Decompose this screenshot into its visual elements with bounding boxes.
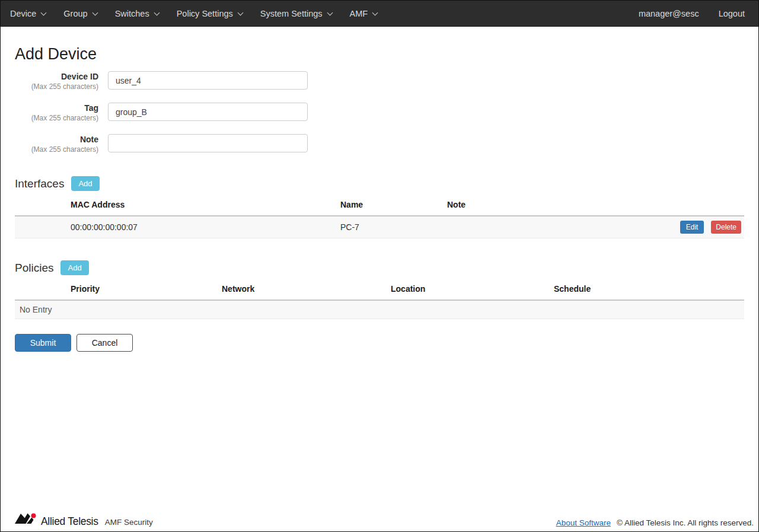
navbar-menu: Device Group Switches Policy Settings Sy… (1, 1, 386, 26)
submit-button[interactable]: Submit (15, 334, 71, 352)
chevron-down-icon (41, 9, 47, 15)
table-row: 00:00:00:00:00:07 PC-7 Edit Delete (15, 216, 744, 238)
device-id-hint: (Max 255 characters) (15, 82, 98, 91)
policies-title: Policies (15, 262, 53, 275)
interfaces-table: MAC Address Name Note 00:00:00:00:00:07 … (15, 195, 744, 238)
footer-brand: Allied Telesis AMF Security (15, 512, 153, 527)
field-label-block: Note (Max 255 characters) (15, 134, 98, 154)
interfaces-section-head: Interfaces Add (15, 176, 744, 191)
col-network: Network (222, 279, 391, 300)
chevron-down-icon (327, 9, 333, 15)
nav-item-label: Policy Settings (177, 9, 233, 18)
col-mac-address: MAC Address (15, 195, 340, 216)
field-label-block: Device ID (Max 255 characters) (15, 71, 98, 91)
policies-section-head: Policies Add (15, 260, 744, 275)
form-row-device-id: Device ID (Max 255 characters) (15, 71, 744, 91)
device-id-label: Device ID (15, 72, 98, 82)
page: Device Group Switches Policy Settings Sy… (0, 0, 759, 532)
nav-item-label: Switches (115, 9, 149, 18)
name-cell: PC-7 (340, 216, 447, 238)
nav-item-device[interactable]: Device (1, 1, 55, 26)
navbar-right: manager@sesc Logout (627, 1, 752, 26)
device-id-input[interactable] (108, 71, 308, 90)
copyright-text: © Allied Telesis Inc. All rights reserve… (617, 518, 754, 527)
cancel-button[interactable]: Cancel (76, 334, 133, 352)
no-entry-cell: No Entry (15, 300, 744, 319)
product-name: AMF Security (105, 517, 153, 527)
delete-button[interactable]: Delete (711, 221, 741, 234)
nav-item-policy-settings[interactable]: Policy Settings (168, 1, 251, 26)
footer: Allied Telesis AMF Security About Softwa… (1, 508, 758, 531)
nav-item-label: System Settings (260, 9, 323, 18)
interfaces-header-row: MAC Address Name Note (15, 195, 744, 216)
nav-item-amf[interactable]: AMF (341, 1, 387, 26)
col-schedule: Schedule (554, 279, 744, 300)
note-hint: (Max 255 characters) (15, 145, 98, 154)
top-navbar: Device Group Switches Policy Settings Sy… (1, 1, 758, 27)
note-cell (447, 216, 655, 238)
mac-address-cell: 00:00:00:00:00:07 (15, 216, 340, 238)
col-name: Name (340, 195, 447, 216)
nav-item-label: Device (10, 9, 36, 18)
nav-item-label: Group (63, 9, 87, 18)
interfaces-title: Interfaces (15, 177, 64, 190)
footer-legal: About Software © Allied Telesis Inc. All… (556, 518, 754, 527)
interfaces-add-button[interactable]: Add (71, 176, 99, 191)
form-actions: Submit Cancel (15, 334, 744, 352)
note-label: Note (15, 135, 98, 145)
table-row: No Entry (15, 300, 744, 319)
edit-button[interactable]: Edit (680, 221, 704, 234)
allied-telesis-logo-icon (15, 512, 37, 527)
main-content: Add Device Device ID (Max 255 characters… (1, 27, 758, 508)
tag-hint: (Max 255 characters) (15, 113, 98, 123)
chevron-down-icon (372, 9, 378, 15)
policies-section: Policies Add Priority Network Location S… (15, 260, 744, 319)
chevron-down-icon (154, 9, 160, 15)
col-priority: Priority (15, 279, 222, 300)
user-account-label: manager@sesc (627, 9, 711, 18)
nav-item-system-settings[interactable]: System Settings (251, 1, 341, 26)
policies-table: Priority Network Location Schedule No En… (15, 279, 744, 319)
add-device-form: Device ID (Max 255 characters) Tag (Max … (15, 71, 744, 154)
chevron-down-icon (92, 9, 98, 15)
interfaces-section: Interfaces Add MAC Address Name Note 00:… (15, 176, 744, 238)
policies-add-button[interactable]: Add (60, 260, 88, 275)
brand-wordmark: Allied Telesis (41, 516, 98, 527)
nav-item-label: AMF (350, 9, 368, 18)
note-input[interactable] (108, 134, 308, 152)
page-title: Add Device (15, 43, 744, 65)
col-note: Note (447, 195, 655, 216)
form-row-tag: Tag (Max 255 characters) (15, 103, 744, 123)
nav-item-group[interactable]: Group (55, 1, 106, 26)
tag-label: Tag (15, 103, 98, 113)
chevron-down-icon (237, 9, 243, 15)
logout-link[interactable]: Logout (711, 9, 752, 18)
about-software-link[interactable]: About Software (556, 518, 611, 527)
row-actions: Edit Delete (655, 216, 744, 238)
col-actions (655, 195, 744, 216)
col-location: Location (391, 279, 554, 300)
nav-item-switches[interactable]: Switches (106, 1, 168, 26)
field-label-block: Tag (Max 255 characters) (15, 103, 98, 123)
tag-input[interactable] (108, 103, 308, 121)
policies-header-row: Priority Network Location Schedule (15, 279, 744, 300)
form-row-note: Note (Max 255 characters) (15, 134, 744, 154)
